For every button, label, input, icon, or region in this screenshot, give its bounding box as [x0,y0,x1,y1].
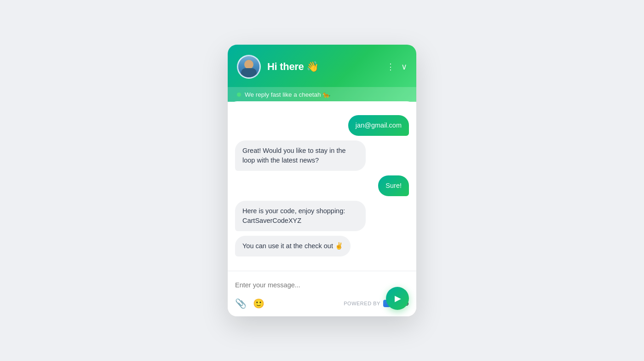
avatar [237,55,261,79]
bot-message: Great! Would you like to stay in the loo… [235,140,366,171]
message-row: You can use it at the check out ✌️ [235,236,409,256]
message-row: Here is your code, enjoy shopping: CartS… [235,201,409,231]
menu-icon[interactable]: ⋮ [386,62,395,72]
message-row: Sure! [235,175,409,196]
user-message: Sure! [378,175,409,196]
chat-header: Hi there 👋 ⋮ ∨ We reply fast like a chee… [228,45,416,102]
header-actions: ⋮ ∨ [386,62,407,72]
chat-body: jan@gmail.com Great! Would you like to s… [228,115,416,267]
header-title: Hi there 👋 [267,61,319,73]
bottom-icons: 📎 🙂 [235,298,264,309]
message-input[interactable] [235,279,409,291]
send-icon: ▶ [395,293,401,303]
collapse-icon[interactable]: ∨ [401,62,407,72]
chat-divider [228,271,416,271]
bot-message: Here is your code, enjoy shopping: CartS… [235,201,366,231]
emoji-icon[interactable]: 🙂 [253,298,264,309]
header-status: We reply fast like a cheetah 🐆 [228,87,416,102]
chat-widget: Hi there 👋 ⋮ ∨ We reply fast like a chee… [228,45,416,316]
attachment-icon[interactable]: 📎 [235,298,247,309]
status-text: We reply fast like a cheetah 🐆 [245,91,330,98]
bot-message-checkout: You can use it at the check out ✌️ [235,236,351,256]
send-button[interactable]: ▶ [386,287,409,310]
message-row: jan@gmail.com [235,115,409,136]
status-dot [237,93,241,97]
user-message: jan@gmail.com [348,115,409,136]
header-curve [228,101,416,115]
chat-footer: 📎 🙂 POWERED BY TIDIO ▶ [228,294,416,316]
message-row: Great! Would you like to stay in the loo… [235,140,409,171]
